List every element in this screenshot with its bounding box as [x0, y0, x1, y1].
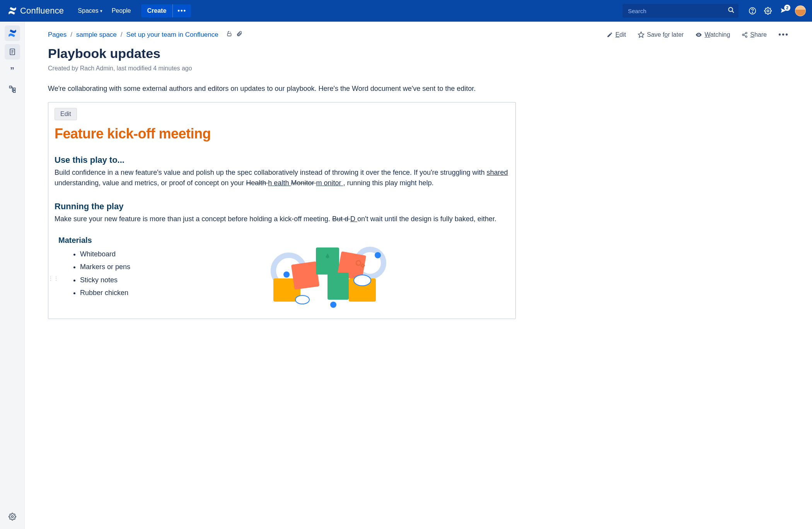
share-label-ul: S — [750, 31, 754, 38]
nav-links: Spaces ▾ People — [78, 7, 131, 14]
svg-line-1 — [732, 11, 734, 13]
breadcrumb-pages[interactable]: Pages — [48, 31, 67, 39]
list-item: Markers or pens — [80, 261, 130, 273]
svg-point-0 — [728, 7, 733, 12]
svg-point-17 — [742, 34, 744, 36]
product-logo[interactable]: Confluence — [8, 6, 64, 16]
doc-insert: m onitor — [316, 179, 343, 187]
attachments-icon[interactable] — [236, 31, 242, 39]
doc-delete: Monitor — [291, 179, 316, 187]
svg-point-12 — [11, 516, 13, 518]
rail-settings-icon[interactable] — [5, 509, 20, 524]
rail-confluence-icon[interactable] — [5, 26, 20, 41]
svg-point-33 — [330, 302, 336, 308]
doc-paragraph-use: Build confidence in a new feature's valu… — [55, 167, 509, 188]
svg-marker-14 — [638, 32, 644, 37]
page-byline: Created by Rach Admin, last modified 4 m… — [48, 65, 789, 72]
doc-heading-materials: Materials — [58, 236, 130, 245]
doc-illustration — [146, 236, 509, 309]
save-for-later-button[interactable]: Save for later — [638, 31, 684, 38]
doc-text: Build confidence in a new feature's valu… — [55, 169, 487, 176]
left-rail: ” — [0, 22, 25, 529]
breadcrumb: Pages / sample space / Set up your team … — [48, 31, 242, 39]
nav-spaces[interactable]: Spaces ▾ — [78, 7, 102, 14]
share-label: hare — [754, 31, 767, 38]
watch-label: atching — [710, 31, 730, 38]
save-label: Save f — [647, 31, 664, 38]
rail-page-icon[interactable] — [5, 44, 20, 60]
save-label-rest: r later — [668, 31, 684, 38]
page-intro: We're collaborating with some external a… — [48, 84, 496, 94]
svg-point-15 — [698, 34, 699, 35]
notif-badge: 2 — [784, 5, 790, 11]
save-label-ul: o — [664, 31, 668, 38]
nav-people-label: People — [112, 7, 131, 14]
share-button[interactable]: Share — [742, 31, 767, 38]
restrictions-icon[interactable] — [226, 31, 232, 39]
product-name: Confluence — [20, 6, 64, 16]
list-item: Whiteboard — [80, 248, 130, 261]
svg-point-4 — [767, 10, 769, 12]
embedded-document: Edit Feature kick-off meeting Use this p… — [48, 102, 516, 319]
rail-tree-icon[interactable] — [5, 81, 20, 97]
svg-point-29 — [354, 275, 371, 286]
breadcrumb-parent[interactable]: Set up your team in Confluence — [126, 31, 218, 39]
svg-rect-25 — [316, 247, 339, 275]
svg-rect-11 — [13, 90, 15, 92]
breadcrumb-sep: / — [70, 31, 72, 39]
create-group: Create ••• — [141, 4, 191, 17]
rail-quote-icon[interactable]: ” — [5, 63, 20, 78]
svg-point-32 — [375, 252, 381, 258]
top-nav: Confluence Spaces ▾ People Create ••• 2 — [0, 0, 812, 22]
rail-resize-handle[interactable]: ⋮⋮ — [48, 275, 59, 282]
doc-insert: shared — [487, 169, 508, 176]
chevron-down-icon: ▾ — [100, 9, 102, 14]
svg-point-30 — [295, 295, 309, 304]
svg-rect-9 — [9, 86, 11, 88]
settings-icon[interactable] — [764, 7, 772, 15]
search-box — [623, 4, 739, 18]
svg-line-19 — [744, 35, 746, 36]
search-icon[interactable] — [728, 7, 735, 15]
doc-text: on't wait until the design is fully bake… — [357, 215, 496, 223]
create-more-button[interactable]: ••• — [172, 4, 191, 17]
edit-label: dit — [619, 31, 626, 38]
page-actions: Edit Save for later Watching Share ••• — [607, 30, 789, 39]
svg-point-18 — [745, 36, 747, 37]
embed-edit-button[interactable]: Edit — [55, 108, 77, 120]
svg-point-31 — [283, 271, 290, 278]
more-actions-button[interactable]: ••• — [778, 30, 789, 39]
svg-rect-10 — [13, 88, 15, 90]
doc-text: , running this play might help. — [343, 179, 433, 187]
svg-point-16 — [745, 32, 747, 34]
breadcrumb-sep: / — [121, 31, 123, 39]
svg-line-20 — [744, 33, 746, 34]
svg-rect-27 — [328, 273, 349, 300]
doc-insert: h ealth — [268, 179, 291, 187]
notifications-icon[interactable]: 2 — [780, 7, 787, 15]
edit-button[interactable]: Edit — [607, 31, 626, 38]
watch-label-ul: W — [705, 31, 710, 38]
nav-people[interactable]: People — [112, 7, 131, 14]
doc-heading-use: Use this play to... — [55, 155, 509, 165]
edit-label-ul: E — [615, 31, 619, 38]
materials-list: Whiteboard Markers or pens Sticky notes … — [80, 248, 130, 299]
doc-delete: Health — [246, 179, 268, 187]
doc-paragraph-running: Make sure your new feature is more than … — [55, 214, 509, 224]
create-button[interactable]: Create — [141, 4, 173, 17]
svg-rect-13 — [227, 33, 231, 36]
breadcrumb-space[interactable]: sample space — [76, 31, 117, 39]
search-input[interactable] — [623, 4, 739, 18]
doc-text: Make sure your new feature is more than … — [55, 215, 332, 223]
help-icon[interactable] — [749, 7, 756, 15]
confluence-icon — [8, 6, 17, 15]
list-item: Rubber chicken — [80, 287, 130, 299]
watching-button[interactable]: Watching — [695, 31, 730, 38]
svg-rect-24 — [291, 261, 319, 290]
user-avatar[interactable] — [795, 5, 806, 16]
nav-spaces-label: Spaces — [78, 7, 98, 14]
page-title: Playbook updates — [48, 46, 789, 61]
avatar-image — [795, 5, 806, 16]
doc-delete: But d — [332, 215, 350, 223]
doc-insert: D — [350, 215, 357, 223]
